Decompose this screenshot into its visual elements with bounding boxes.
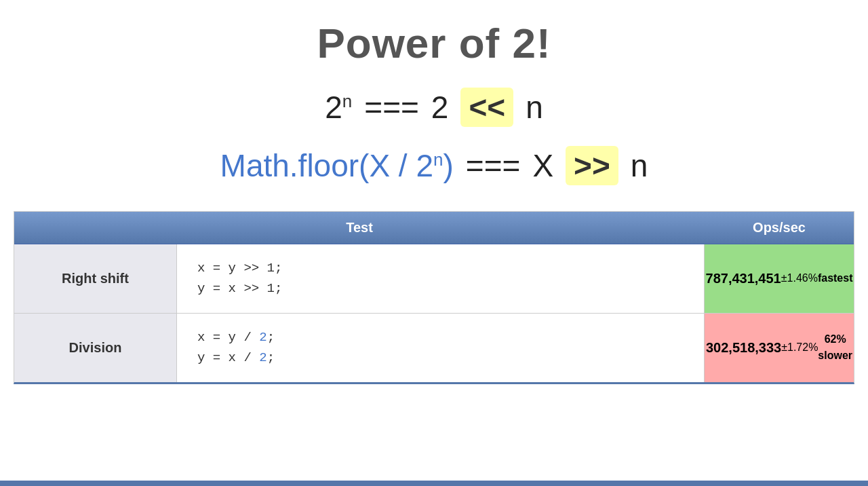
row2-ops-number: 302,518,333 — [706, 337, 781, 358]
formula1-operator: === — [364, 89, 419, 126]
formula1-number: 2 — [431, 89, 449, 126]
row2-code-line1: x = y / 2; — [197, 327, 275, 348]
formula-line-1: 2n === 2 << n — [325, 88, 543, 127]
formula1-superscript: n — [342, 91, 352, 111]
table-row: Division x = y / 2; y = x / 2; 302,518,3… — [14, 314, 854, 382]
row2-ops-label: 62% slower — [818, 331, 852, 364]
row1-code-block: x = y >> 1; y = x >> 1; — [197, 258, 282, 299]
row2-code-line2: y = x / 2; — [197, 348, 275, 368]
header-ops: Ops/sec — [705, 212, 854, 244]
row2-name: Division — [14, 314, 177, 382]
header-test: Test — [14, 212, 705, 244]
formula1-right: n — [526, 89, 543, 126]
formula2-end: n — [631, 147, 648, 184]
title-section: Power of 2! — [317, 19, 551, 67]
bottom-bar — [0, 481, 868, 486]
formula2-left: Math.floor(X / 2n) — [220, 147, 454, 184]
formula2-superscript: n — [433, 149, 443, 170]
row1-ops-label: fastest — [818, 270, 853, 286]
row2-result: 302,518,333 ±1.72% 62% slower — [705, 314, 854, 382]
formula1-left: 2n — [325, 89, 352, 126]
row1-name: Right shift — [14, 244, 177, 313]
formula2-operator: === — [466, 147, 521, 184]
benchmark-table: Test Ops/sec Right shift x = y >> 1; y =… — [14, 211, 854, 384]
formula-section: 2n === 2 << n Math.floor(X / 2n) === X >… — [220, 88, 648, 185]
row1-code-line2: y = x >> 1; — [197, 278, 282, 299]
formula-line-2: Math.floor(X / 2n) === X >> n — [220, 146, 648, 185]
page-container: Power of 2! 2n === 2 << n Math.floor(X /… — [0, 0, 868, 486]
row1-ops-number: 787,431,451 — [706, 268, 781, 288]
row2-ops-margin: ±1.72% — [781, 339, 818, 356]
table-header: Test Ops/sec — [14, 212, 854, 244]
formula2-right: X — [532, 147, 553, 184]
page-title: Power of 2! — [317, 19, 551, 67]
formula2-highlight: >> — [566, 146, 618, 185]
row1-code: x = y >> 1; y = x >> 1; — [177, 244, 705, 313]
row1-ops-margin: ±1.46% — [781, 270, 818, 286]
row2-code: x = y / 2; y = x / 2; — [177, 314, 705, 382]
row1-code-line1: x = y >> 1; — [197, 258, 282, 278]
table-row: Right shift x = y >> 1; y = x >> 1; 787,… — [14, 244, 854, 314]
row2-code-block: x = y / 2; y = x / 2; — [197, 327, 275, 369]
formula1-highlight: << — [460, 88, 513, 127]
row1-result: 787,431,451 ±1.46% fastest — [705, 244, 854, 313]
